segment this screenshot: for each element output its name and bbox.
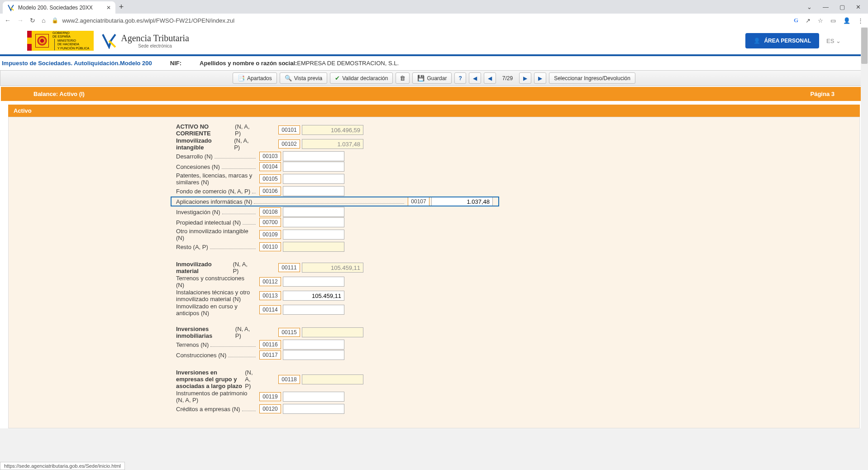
menu-icon[interactable]: ⋮: [858, 17, 863, 24]
row-label: Instrumentos de patrimonio (N, A, P): [176, 390, 254, 403]
field-00111: [302, 263, 363, 273]
apartados-button[interactable]: 📑Apartados: [233, 72, 277, 84]
dots: [222, 214, 256, 214]
reload-icon[interactable]: ↻: [30, 17, 35, 24]
scroll-thumb[interactable]: [861, 28, 868, 64]
language-selector[interactable]: ES ⌄: [826, 38, 841, 44]
home-icon[interactable]: ⌂: [42, 17, 45, 24]
row-00113: Instalaciones técnicas y otro inmoviliza…: [9, 289, 859, 302]
back-icon[interactable]: ←: [5, 17, 11, 24]
row-00117: Construcciones (N) 00117: [9, 350, 859, 360]
trash-icon: 🗑: [400, 75, 405, 82]
validar-button[interactable]: ✔Validar declaración: [330, 72, 393, 84]
last-page-button[interactable]: ▶: [534, 72, 546, 84]
close-window-icon[interactable]: ✕: [856, 4, 861, 10]
guardar-label: Guardar: [427, 75, 447, 82]
ingreso-label: Seleccionar Ingreso/Devolución: [554, 75, 630, 82]
field-00109[interactable]: [283, 230, 344, 240]
browser-tab[interactable]: Modelo 200. Sociedades 20XX ✕: [3, 1, 115, 14]
minimize-icon[interactable]: —: [823, 4, 829, 10]
prev-page-button[interactable]: ◀: [484, 72, 496, 84]
row-label: Inmovilizado en curso y anticipos (N): [176, 303, 254, 317]
field-00119[interactable]: [283, 392, 344, 402]
code-box: 00109: [259, 230, 281, 239]
field-00105[interactable]: [283, 174, 344, 184]
code-box: 00118: [278, 375, 300, 384]
guardar-button[interactable]: 💾Guardar: [412, 72, 452, 84]
row-label: Aplicaciones informáticas (N): [176, 198, 252, 205]
code-box: 00117: [259, 350, 281, 360]
row-00104: Concesiones (N) 00104: [9, 162, 859, 172]
balance-title: Balance: Activo (I): [33, 91, 85, 97]
delete-button[interactable]: 🗑: [396, 72, 410, 84]
code-box: 00113: [259, 291, 281, 300]
page-indicator: 7 / 29: [499, 72, 516, 84]
dots: [210, 346, 256, 347]
tab-bar: Modelo 200. Sociedades 20XX ✕ + ⌄ — ▢ ✕: [0, 0, 868, 14]
ingreso-button[interactable]: Seleccionar Ingreso/Devolución: [549, 72, 635, 84]
row-00700: Propiedad intelectual (N) 00700: [9, 217, 859, 227]
row-00118: Inversiones en empresas del grupo y asoc…: [9, 369, 859, 389]
row-label: Construcciones (N): [176, 352, 226, 359]
aeat-logo[interactable]: Agencia Tributaria Sede electrónica: [101, 33, 189, 49]
flag-es-icon: [27, 31, 32, 51]
gov-text: GOBIERNO DE ESPAÑA MINISTERIO DE HACIEND…: [52, 31, 89, 50]
check-icon: ✔: [335, 75, 340, 82]
field-00104[interactable]: [283, 162, 344, 172]
profile-icon[interactable]: 👤: [843, 17, 850, 24]
row-00115: Inversiones inmobiliarias (N, A, P) 0011…: [9, 326, 859, 339]
field-00120[interactable]: [283, 404, 344, 414]
row-label: Terrenos y construcciones (N): [176, 275, 254, 288]
row-00102: Inmovilizado intangible (N, A, P) 00102: [9, 137, 859, 151]
code-box: 00108: [259, 207, 281, 216]
row-label: Créditos a empresas (N): [176, 406, 240, 412]
scrollbar[interactable]: [861, 27, 868, 428]
first-page-button[interactable]: ◀: [469, 72, 481, 84]
field-00106[interactable]: [283, 186, 344, 196]
code-box: 00119: [259, 392, 281, 401]
help-button[interactable]: ?: [454, 72, 466, 84]
dots: [254, 203, 404, 204]
header-right: 👤 ÁREA PERSONAL ES ⌄: [745, 33, 841, 48]
code-box: 00104: [259, 162, 281, 171]
nif-label: NIF:: [170, 60, 181, 67]
favorite-icon[interactable]: ☆: [818, 17, 823, 24]
tab-favicon-icon: [7, 4, 14, 11]
row-00114: Inmovilizado en curso y anticipos (N) 00…: [9, 303, 859, 317]
row-label: Instalaciones técnicas y otro inmoviliza…: [176, 289, 254, 302]
close-tab-icon[interactable]: ✕: [106, 5, 111, 11]
gov-logo[interactable]: GOBIERNO DE ESPAÑA MINISTERIO DE HACIEND…: [27, 31, 94, 51]
new-tab-button[interactable]: +: [119, 2, 124, 12]
aeat-mark-icon: [101, 33, 117, 49]
field-00117[interactable]: [283, 350, 344, 360]
url-box[interactable]: 🔒 www2.agenciatributaria.gob.es/wlpl/FWS…: [52, 17, 787, 24]
field-00700[interactable]: [283, 217, 344, 227]
row-label: Desarrollo (N): [176, 153, 213, 160]
row-label-suffix: (N, A, P): [233, 261, 254, 274]
field-00113[interactable]: [283, 291, 344, 301]
aeat-text: Agencia Tributaria Sede electrónica: [121, 33, 189, 48]
vista-previa-button[interactable]: 🔍Vista previa: [280, 72, 327, 84]
field-00116[interactable]: [283, 340, 344, 350]
code-box: 00112: [259, 277, 281, 286]
next-page-button[interactable]: ▶: [519, 72, 531, 84]
row-label-suffix: (N, A, P): [235, 123, 254, 137]
field-00108[interactable]: [283, 207, 344, 217]
share-icon[interactable]: ↗: [806, 17, 811, 24]
maximize-icon[interactable]: ▢: [839, 4, 845, 10]
field-00107[interactable]: [431, 197, 493, 206]
activo-bar: Activo: [8, 105, 860, 117]
form-title-link[interactable]: Impuesto de Sociedades. Autoliquidación.…: [2, 60, 152, 67]
field-00114[interactable]: [283, 305, 344, 315]
google-icon[interactable]: G: [794, 17, 798, 24]
field-00103[interactable]: [283, 151, 344, 161]
dots: [222, 168, 256, 169]
forward-icon[interactable]: →: [17, 17, 24, 24]
chevron-down-icon[interactable]: ⌄: [807, 4, 812, 10]
activo-label: Activo: [14, 107, 32, 114]
code-box: 00120: [259, 404, 281, 413]
field-00112[interactable]: [283, 277, 344, 287]
row-label-bold: Inversiones inmobiliarias: [176, 326, 235, 339]
panel-icon[interactable]: ▭: [830, 17, 836, 24]
area-personal-button[interactable]: 👤 ÁREA PERSONAL: [745, 33, 819, 48]
